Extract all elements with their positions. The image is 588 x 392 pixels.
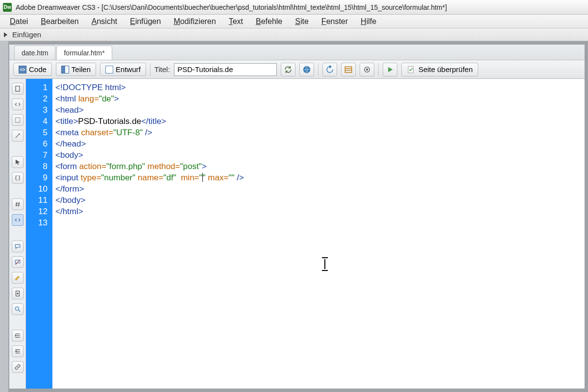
svg-line-13 [18, 310, 20, 312]
panel-gutter [0, 41, 9, 392]
tool-arrow-icon[interactable] [12, 156, 24, 168]
menu-hilfe[interactable]: Hilfe [356, 16, 381, 27]
svg-point-12 [15, 307, 19, 310]
code-line[interactable]: <form action="form.php" method="post"> [55, 161, 585, 172]
line-number: 13 [26, 217, 48, 228]
tool-highlight-icon[interactable] [12, 272, 24, 284]
menu-text[interactable]: Text [224, 16, 248, 27]
tool-braces-icon[interactable] [12, 172, 24, 184]
tool-code-active-icon[interactable] [12, 214, 24, 226]
separator [318, 63, 318, 76]
tabstrip: date.htmformular.htm* [9, 45, 585, 60]
svg-rect-7 [15, 86, 19, 92]
svg-rect-1 [345, 67, 352, 73]
tool-hash-icon[interactable] [12, 198, 24, 210]
menu-einfügen[interactable]: Einfügen [125, 16, 166, 27]
code-line[interactable]: </head> [55, 138, 585, 149]
document-area: date.htmformular.htm* <> Code Teilen Ent… [0, 41, 588, 392]
tool-comment-icon[interactable] [12, 241, 24, 252]
svg-line-9 [15, 260, 20, 264]
code-line[interactable]: </html> [55, 206, 585, 217]
code-line[interactable]: <meta charset="UTF-8" /> [55, 127, 585, 138]
split-view-button[interactable]: Teilen [56, 63, 96, 76]
disclosure-icon [4, 32, 7, 37]
menu-bearbeiten[interactable]: Bearbeiten [36, 16, 83, 27]
design-view-button[interactable]: Entwurf [100, 63, 146, 76]
separator [150, 63, 150, 76]
line-number: 1 [26, 82, 48, 93]
insert-bar-label: Einfügen [12, 30, 41, 39]
tool-search-icon[interactable] [12, 303, 24, 315]
tool-page-icon[interactable] [12, 288, 24, 299]
line-number: 4 [26, 116, 48, 127]
menu-site[interactable]: Site [290, 16, 314, 27]
code-line[interactable]: </body> [55, 195, 585, 206]
line-number: 10 [26, 183, 48, 195]
tool-wand-icon[interactable] [12, 130, 24, 142]
tab-formular-htm-[interactable]: formular.htm* [56, 46, 112, 60]
code-line[interactable]: <html lang="de"> [55, 93, 585, 104]
line-number: 3 [26, 104, 48, 116]
view-options-icon[interactable] [360, 63, 374, 76]
insert-bar[interactable]: Einfügen [0, 28, 588, 41]
tool-balance-icon[interactable] [12, 98, 24, 110]
line-number: 9 [26, 172, 48, 183]
code-view-label: Code [29, 65, 47, 74]
app-icon: Dw [3, 3, 12, 12]
separator [378, 63, 379, 76]
menu-befehle[interactable]: Befehle [251, 16, 287, 27]
tool-document-icon[interactable] [12, 83, 24, 95]
code-view-button[interactable]: <> Code [13, 63, 52, 76]
code-line[interactable]: <!DOCTYPE html> [55, 82, 585, 93]
menu-fenster[interactable]: Fenster [317, 16, 353, 27]
code-editor[interactable]: <!DOCTYPE html><html lang="de"><head><ti… [52, 79, 585, 389]
globe-icon[interactable] [299, 63, 314, 76]
tab-date-htm[interactable]: date.htm [14, 46, 55, 60]
split-view-label: Teilen [72, 65, 91, 74]
tool-link-icon[interactable] [12, 361, 24, 373]
tool-outdent-icon[interactable] [12, 345, 24, 357]
title-label: Titel: [154, 65, 170, 74]
title-input[interactable] [174, 63, 277, 76]
menu-ansicht[interactable]: Ansicht [87, 16, 122, 27]
list-icon[interactable] [341, 63, 356, 76]
check-page-label: Seite überprüfen [418, 65, 473, 74]
menubar: DateiBearbeitenAnsichtEinfügenModifizier… [0, 15, 588, 28]
window-title: Adobe Dreamweaver CS3 - [C:\Users\Dani\D… [16, 3, 447, 11]
titlebar: Dw Adobe Dreamweaver CS3 - [C:\Users\Dan… [0, 0, 588, 15]
sync-icon[interactable] [281, 63, 295, 76]
viewbar: <> Code Teilen Entwurf Titel: [9, 60, 585, 79]
line-number: 12 [26, 206, 48, 217]
refresh-icon[interactable] [322, 63, 337, 76]
line-number: 2 [26, 93, 48, 104]
check-page-button[interactable]: Seite überprüfen [401, 63, 478, 76]
code-line[interactable] [55, 217, 585, 228]
line-number: 6 [26, 138, 48, 149]
design-view-label: Entwurf [116, 65, 141, 74]
split-icon [61, 66, 69, 74]
document-panel: date.htmformular.htm* <> Code Teilen Ent… [9, 44, 585, 389]
cursor [202, 173, 203, 182]
tool-indent-icon[interactable] [12, 330, 24, 342]
code-icon: <> [19, 66, 26, 74]
tool-comment-remove-icon[interactable] [12, 256, 24, 268]
line-number: 5 [26, 127, 48, 138]
text-caret [324, 259, 325, 269]
code-line[interactable]: <head> [55, 104, 585, 116]
svg-rect-6 [408, 66, 414, 73]
svg-point-5 [366, 69, 368, 70]
code-line[interactable]: <title>PSD-Tutorials.de</title> [55, 116, 585, 127]
svg-point-11 [17, 293, 18, 294]
line-number: 7 [26, 149, 48, 161]
line-number-gutter: 12345678910111213 [26, 79, 52, 389]
editor: 12345678910111213 <!DOCTYPE html><html l… [9, 79, 585, 389]
code-line[interactable]: <input type="number" name="df" min="" ma… [55, 172, 585, 183]
menu-datei[interactable]: Datei [5, 16, 33, 27]
code-tool-column [9, 79, 26, 389]
menu-modifizieren[interactable]: Modifizieren [169, 16, 220, 27]
play-icon[interactable] [383, 63, 397, 76]
tool-select-parent-icon[interactable] [12, 114, 24, 126]
code-line[interactable]: <body> [55, 149, 585, 161]
code-line[interactable]: </form> [55, 183, 585, 195]
design-icon [105, 66, 113, 74]
